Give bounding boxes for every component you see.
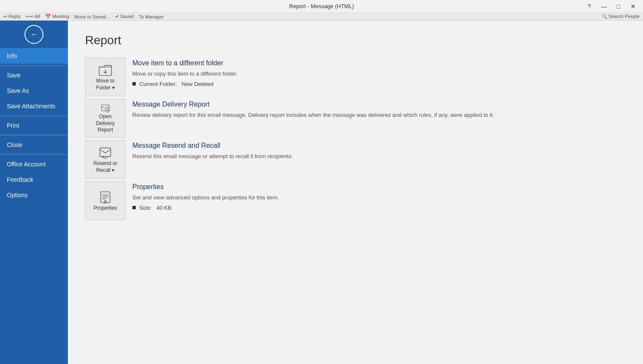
page-title: Report	[85, 34, 626, 47]
sidebar-item-office-account[interactable]: Office Account	[0, 156, 68, 172]
toolbar-reply[interactable]: ↩ Reply	[3, 14, 21, 19]
toolbar-search-people[interactable]: 🔍 Search People	[601, 14, 640, 19]
move-folder-label: Move toFolder ▾	[96, 78, 114, 91]
back-button[interactable]: ←	[24, 25, 43, 44]
title-bar: Report - Message (HTML) ? — □ ✕	[0, 0, 643, 13]
divider-2	[0, 116, 68, 116]
minimize-button[interactable]: —	[598, 2, 609, 11]
toolbar-strip: ↩ Reply ↩↩ All 📅 Meeting Move to Saved..…	[0, 13, 643, 21]
sidebar-item-save[interactable]: Save	[0, 67, 68, 83]
sidebar-item-save-as[interactable]: Save As	[0, 83, 68, 98]
title-bar-text: Report - Message (HTML)	[289, 3, 354, 9]
resend-recall-desc: Resend this email message or attempt to …	[132, 152, 626, 161]
title-bar-controls: ? — □ ✕	[584, 2, 639, 11]
move-folder-detail: Current Folder: New Deleted	[132, 81, 626, 87]
move-folder-title: Move item to a different folder	[132, 59, 626, 67]
main-layout: ← Info Save Save As Save Attachments Pri…	[0, 21, 643, 364]
bullet-icon	[132, 82, 136, 86]
toolbar-to-manager[interactable]: To Manager	[139, 14, 164, 19]
svg-rect-4	[101, 192, 110, 203]
sidebar-item-options[interactable]: Options	[0, 187, 68, 203]
toolbar-meeting[interactable]: 📅 Meeting	[45, 14, 69, 19]
move-to-folder-icon-box[interactable]: Move toFolder ▾	[85, 58, 126, 96]
properties-card[interactable]: Properties Properties Set and view advan…	[85, 181, 626, 220]
delivery-report-icon-box[interactable]: Open DeliveryReport	[85, 99, 126, 138]
properties-bullet-icon	[132, 206, 136, 209]
move-folder-content: Move item to a different folder Move or …	[132, 58, 626, 87]
divider-3	[0, 135, 68, 135]
properties-desc: Set and view advanced options and proper…	[132, 193, 626, 202]
divider-1	[0, 65, 68, 66]
sidebar-item-print[interactable]: Print	[0, 118, 68, 133]
properties-icon	[98, 190, 113, 205]
content-area: Report Move toFolder ▾ Move item to a di…	[68, 21, 643, 364]
move-folder-icon	[98, 62, 113, 78]
properties-label: Properties	[94, 205, 117, 212]
maximize-button[interactable]: □	[613, 2, 624, 11]
sidebar-item-info[interactable]: Info	[0, 48, 68, 64]
resend-recall-card[interactable]: Resend orRecall ▾ Message Resend and Rec…	[85, 140, 626, 179]
toolbar-reply-all[interactable]: ↩↩ All	[26, 14, 40, 19]
resend-recall-icon-box[interactable]: Resend orRecall ▾	[85, 140, 126, 179]
properties-icon-box[interactable]: Properties	[85, 181, 126, 220]
toolbar-move-saved[interactable]: Move to Saved...	[74, 14, 110, 19]
sidebar-item-feedback[interactable]: Feedback	[0, 172, 68, 187]
svg-rect-1	[101, 105, 109, 111]
resend-recall-title: Message Resend and Recall	[132, 142, 626, 150]
divider-4	[0, 154, 68, 155]
close-button[interactable]: ✕	[628, 2, 639, 11]
toolbar-saved[interactable]: ✔ Saved	[115, 14, 134, 19]
properties-content: Properties Set and view advanced options…	[132, 181, 626, 211]
delivery-report-desc: Review delivery report for this email me…	[132, 111, 626, 119]
properties-detail: Size: 40 KB	[132, 205, 626, 211]
help-button[interactable]: ?	[584, 2, 595, 11]
sidebar-item-close[interactable]: Close	[0, 137, 68, 153]
move-folder-desc: Move or copy this item to a different fo…	[132, 70, 626, 78]
delivery-report-card[interactable]: Open DeliveryReport Message Delivery Rep…	[85, 99, 626, 138]
move-to-folder-card[interactable]: Move toFolder ▾ Move item to a different…	[85, 58, 626, 96]
resend-recall-content: Message Resend and Recall Resend this em…	[132, 140, 626, 163]
svg-rect-3	[100, 148, 110, 157]
delivery-report-content: Message Delivery Report Review delivery …	[132, 99, 626, 122]
resend-recall-label: Resend orRecall ▾	[93, 160, 117, 174]
delivery-report-title: Message Delivery Report	[132, 101, 626, 108]
resend-recall-icon	[98, 145, 113, 160]
delivery-report-label: Open DeliveryReport	[89, 113, 122, 134]
properties-title: Properties	[132, 183, 626, 191]
delivery-report-icon	[98, 103, 113, 113]
sidebar: ← Info Save Save As Save Attachments Pri…	[0, 21, 68, 364]
sidebar-item-save-attachments[interactable]: Save Attachments	[0, 98, 68, 114]
